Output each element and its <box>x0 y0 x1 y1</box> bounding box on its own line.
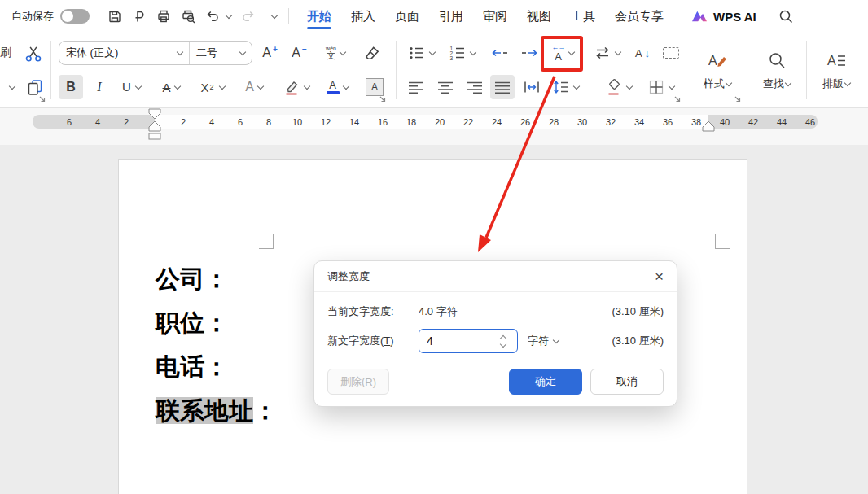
italic-button[interactable]: I <box>88 75 111 99</box>
redo-icon[interactable] <box>236 6 261 27</box>
global-search-icon[interactable] <box>774 6 798 27</box>
superscript-button[interactable]: X2 <box>194 75 231 99</box>
right-indent-marker[interactable] <box>702 120 715 132</box>
align-center-button[interactable] <box>433 75 458 99</box>
increase-font-button[interactable]: A+ <box>256 39 285 67</box>
distributed-button[interactable] <box>519 75 544 99</box>
sort-button[interactable]: A↓ <box>629 39 656 67</box>
decrease-font-button[interactable]: A− <box>285 39 314 67</box>
align-left-button[interactable] <box>404 75 428 99</box>
line-spacing-button[interactable] <box>547 75 583 99</box>
doc-line-address[interactable]: 联系地址： <box>156 395 278 428</box>
decrease-indent-button[interactable] <box>485 39 515 67</box>
tab-3[interactable]: 页面 <box>385 0 429 33</box>
adjust-width-button[interactable]: ←→ A <box>544 39 581 67</box>
copy-icon <box>26 78 44 96</box>
titlebar-separator <box>288 8 289 24</box>
close-icon[interactable]: × <box>655 269 664 284</box>
text-effects-button[interactable]: A <box>236 75 272 99</box>
doc-line-position[interactable]: 职位： <box>156 307 229 340</box>
font-color-chevron <box>342 83 349 90</box>
format-painter-button[interactable]: 刷 <box>0 39 16 67</box>
print-icon[interactable] <box>151 6 176 27</box>
hanging-indent-marker[interactable] <box>148 120 161 132</box>
justify-button[interactable] <box>490 75 515 99</box>
ruler-number: 44 <box>777 117 787 127</box>
ruler-number: 20 <box>435 117 445 127</box>
ruler-number: 4 <box>95 117 100 127</box>
font-color-button[interactable]: A <box>319 75 355 99</box>
ruler-number: 6 <box>67 117 72 127</box>
horizontal-ruler[interactable]: 6422468101214161820222426283032343638404… <box>0 108 868 145</box>
styles-icon: A <box>707 50 728 70</box>
adjust-width-dialog: 调整宽度 × 当前文字宽度: 4.0 字符 (3.10 厘米) 新文字宽度(T)… <box>313 260 677 407</box>
new-width-input[interactable] <box>419 330 494 352</box>
shading-button[interactable] <box>599 75 637 99</box>
ruler-number: 8 <box>266 117 271 127</box>
clipboard-dialog-launcher[interactable] <box>39 96 46 103</box>
font-dialog-launcher[interactable] <box>379 96 386 103</box>
ok-button[interactable]: 确定 <box>509 369 582 395</box>
tab-4[interactable]: 引用 <box>429 0 473 33</box>
unit-chevron <box>553 337 559 343</box>
align-right-button[interactable] <box>462 75 487 99</box>
print-preview-icon[interactable] <box>176 6 200 27</box>
tab-2[interactable]: 插入 <box>341 0 385 33</box>
current-width-value: 4.0 字符 <box>419 304 458 319</box>
dialog-titlebar: 调整宽度 × <box>314 261 677 292</box>
text-direction-button[interactable] <box>588 39 625 67</box>
tab-1[interactable]: 开始 <box>297 0 341 33</box>
ruler-number: 12 <box>321 117 331 127</box>
tab-7[interactable]: 工具 <box>561 0 605 33</box>
tab-8[interactable]: 会员专享 <box>605 0 673 33</box>
increase-indent-button[interactable] <box>515 39 544 67</box>
text-boundaries-button[interactable] <box>658 39 684 67</box>
toolbar-more-chevron[interactable] <box>271 12 278 19</box>
undo-icon[interactable] <box>200 6 225 27</box>
swap-arrows-icon <box>594 45 612 61</box>
toggle-knob <box>62 11 73 22</box>
undo-dropdown-chevron[interactable] <box>226 12 232 19</box>
delete-button[interactable]: 删除(R) <box>327 369 389 395</box>
typeset-chevron <box>844 80 851 86</box>
font-size-select[interactable]: 二号 <box>190 42 252 64</box>
paste-dropdown[interactable] <box>3 75 20 99</box>
export-pdf-icon[interactable] <box>127 6 151 27</box>
font-color-icon: A <box>327 80 340 94</box>
paragraph-dialog-launcher[interactable] <box>674 96 681 103</box>
numbered-list-button[interactable]: 123 <box>443 39 480 67</box>
font-name-select[interactable]: 宋体 (正文) <box>59 42 190 64</box>
wps-ai-button[interactable]: WPS AI <box>690 9 756 24</box>
underline-button[interactable]: U <box>114 75 148 99</box>
tab-5[interactable]: 审阅 <box>473 0 517 33</box>
current-width-cm: (3.10 厘米) <box>612 304 664 319</box>
autosave-toggle[interactable] <box>60 9 90 24</box>
styles-dialog-launcher[interactable] <box>734 96 741 103</box>
find-button[interactable]: 查找 <box>749 37 804 104</box>
ruler-number: 30 <box>577 117 587 127</box>
clear-format-button[interactable] <box>358 39 386 67</box>
doc-line-address-colon: ： <box>253 397 278 424</box>
left-indent-marker[interactable] <box>148 133 161 140</box>
tab-6[interactable]: 视图 <box>517 0 561 33</box>
cancel-button[interactable]: 取消 <box>590 369 664 395</box>
cut-button[interactable] <box>20 39 47 67</box>
save-icon[interactable] <box>103 6 127 27</box>
spinner-down-icon[interactable] <box>500 341 506 348</box>
bold-button[interactable]: B <box>59 75 83 99</box>
phonetic-chevron <box>340 49 346 55</box>
phonetic-guide-button[interactable]: wén文 <box>316 39 355 67</box>
strikethrough-button[interactable]: A <box>153 75 189 99</box>
ruler-number: 32 <box>606 117 616 127</box>
first-line-indent-marker[interactable] <box>148 108 161 120</box>
doc-line-company[interactable]: 公司： <box>156 263 229 296</box>
font-name-value: 宋体 (正文) <box>66 46 118 60</box>
typeset-button[interactable]: A 排版 <box>808 37 865 104</box>
doc-line-phone[interactable]: 电话： <box>156 351 229 384</box>
styles-button[interactable]: A 样式 <box>689 37 746 104</box>
unit-select[interactable]: 字符 <box>528 334 559 348</box>
wps-writer-window: 自动保存 开始插入页面引用审阅视图工具会员专享 <box>0 0 868 494</box>
highlight-color-button[interactable] <box>277 75 314 99</box>
ruler-number: 42 <box>748 117 758 127</box>
bullet-list-button[interactable] <box>402 39 440 67</box>
